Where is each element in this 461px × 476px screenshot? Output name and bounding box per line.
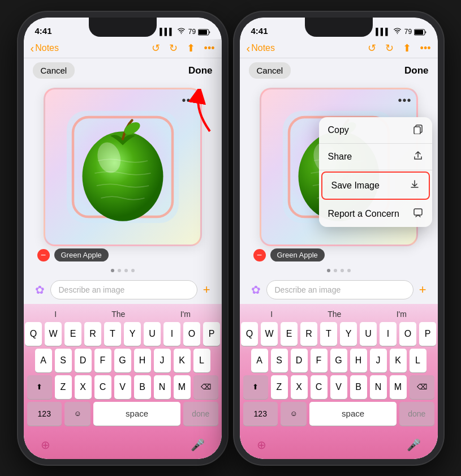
key-h-right[interactable]: H — [350, 349, 367, 372]
key-m-right[interactable]: M — [390, 375, 407, 399]
key-j-right[interactable]: J — [370, 349, 387, 372]
key-k-left[interactable]: K — [174, 349, 191, 372]
mic-icon-right[interactable]: 🎤 — [407, 438, 421, 452]
share-icon-left[interactable]: ⬆ — [187, 42, 195, 54]
describe-input-right[interactable]: Describe an image — [266, 280, 413, 299]
key-shift-left[interactable]: ⬆ — [27, 375, 52, 399]
key-f-right[interactable]: F — [311, 349, 328, 372]
more-icon-left[interactable]: ••• — [204, 42, 215, 54]
cancel-button-left[interactable]: Cancel — [33, 62, 75, 79]
key-m-left[interactable]: M — [174, 375, 191, 399]
more-icon-right[interactable]: ••• — [420, 42, 431, 54]
key-z-left[interactable]: Z — [55, 375, 72, 399]
key-k-right[interactable]: K — [390, 349, 407, 372]
menu-save-image[interactable]: Save Image — [321, 171, 430, 200]
globe-icon-left[interactable]: ⊕ — [41, 438, 50, 452]
key-s-left[interactable]: S — [55, 349, 72, 372]
share-icon-right[interactable]: ⬆ — [403, 42, 411, 54]
suggestion-im-left[interactable]: I'm — [180, 310, 191, 319]
key-y-left[interactable]: Y — [124, 322, 141, 346]
minus-badge-right[interactable]: − — [253, 249, 266, 261]
undo-icon-left[interactable]: ↺ — [152, 42, 160, 54]
key-e-right[interactable]: E — [281, 322, 298, 346]
minus-badge-left[interactable]: − — [37, 249, 50, 261]
mic-icon-left[interactable]: 🎤 — [191, 438, 205, 452]
key-s-right[interactable]: S — [271, 349, 288, 372]
key-done-right[interactable]: done — [399, 402, 434, 426]
key-shift-right[interactable]: ⬆ — [243, 375, 268, 399]
key-n-right[interactable]: N — [370, 375, 387, 399]
key-p-right[interactable]: P — [419, 322, 436, 346]
suggestion-i-right[interactable]: I — [270, 310, 273, 319]
key-q-left[interactable]: Q — [25, 322, 42, 346]
key-c-right[interactable]: C — [311, 375, 328, 399]
key-f-left[interactable]: F — [94, 349, 111, 372]
nav-back-right[interactable]: ‹ Notes — [247, 42, 275, 55]
done-button-right[interactable]: Done — [404, 65, 429, 76]
key-o-right[interactable]: O — [399, 322, 416, 346]
key-t-right[interactable]: T — [320, 322, 337, 346]
cancel-button-right[interactable]: Cancel — [249, 62, 291, 79]
key-u-right[interactable]: U — [360, 322, 377, 346]
key-i-right[interactable]: I — [380, 322, 397, 346]
key-g-left[interactable]: G — [114, 349, 131, 372]
key-t-left[interactable]: T — [104, 322, 121, 346]
key-delete-left[interactable]: ⌫ — [193, 375, 218, 399]
key-n-left[interactable]: N — [154, 375, 171, 399]
key-h-left[interactable]: H — [134, 349, 151, 372]
suggestion-i-left[interactable]: I — [54, 310, 57, 319]
key-done-left[interactable]: done — [183, 402, 218, 426]
key-r-left[interactable]: R — [84, 322, 101, 346]
nav-back-left[interactable]: ‹ Notes — [31, 42, 59, 55]
key-d-left[interactable]: D — [75, 349, 92, 372]
menu-copy[interactable]: Copy — [319, 117, 432, 144]
key-space-right[interactable]: space — [309, 402, 397, 426]
key-u-left[interactable]: U — [144, 322, 161, 346]
key-j-left[interactable]: J — [154, 349, 171, 372]
key-nums-right[interactable]: 123 — [243, 402, 278, 426]
globe-icon-right[interactable]: ⊕ — [257, 438, 266, 452]
key-e-left[interactable]: E — [64, 322, 81, 346]
suggestion-the-left[interactable]: The — [111, 310, 125, 319]
key-y-right[interactable]: Y — [340, 322, 357, 346]
back-text-left[interactable]: Notes — [35, 43, 59, 53]
describe-input-left[interactable]: Describe an image — [50, 280, 197, 299]
key-space-left[interactable]: space — [93, 402, 180, 426]
key-emoji-right[interactable]: ☺ — [281, 402, 307, 426]
suggestion-the-right[interactable]: The — [328, 310, 341, 319]
key-g-right[interactable]: G — [330, 349, 347, 372]
key-r-right[interactable]: R — [300, 322, 317, 346]
plus-icon-left[interactable]: + — [203, 282, 210, 297]
key-b-right[interactable]: B — [350, 375, 367, 399]
key-w-right[interactable]: W — [261, 322, 278, 346]
done-button-left[interactable]: Done — [188, 65, 213, 76]
key-x-right[interactable]: X — [291, 375, 308, 399]
key-o-left[interactable]: O — [183, 322, 200, 346]
key-w-left[interactable]: W — [45, 322, 62, 346]
key-d-right[interactable]: D — [291, 349, 308, 372]
back-text-right[interactable]: Notes — [251, 43, 275, 53]
redo-icon-right[interactable]: ↻ — [385, 42, 394, 54]
suggestion-im-right[interactable]: I'm — [397, 310, 407, 319]
key-l-right[interactable]: L — [410, 349, 426, 372]
key-b-left[interactable]: B — [134, 375, 151, 399]
key-delete-right[interactable]: ⌫ — [410, 375, 434, 399]
key-a-right[interactable]: A — [251, 349, 268, 372]
plus-icon-right[interactable]: + — [419, 282, 426, 297]
key-x-left[interactable]: X — [75, 375, 92, 399]
key-nums-left[interactable]: 123 — [27, 402, 62, 426]
key-a-left[interactable]: A — [35, 349, 52, 372]
key-q-right[interactable]: Q — [241, 322, 258, 346]
key-z-right[interactable]: Z — [271, 375, 288, 399]
key-v-left[interactable]: V — [114, 375, 131, 399]
key-i-left[interactable]: I — [163, 322, 180, 346]
key-emoji-left[interactable]: ☺ — [64, 402, 91, 426]
key-p-left[interactable]: P — [203, 322, 220, 346]
redo-icon-left[interactable]: ↻ — [169, 42, 178, 54]
key-l-left[interactable]: L — [193, 349, 210, 372]
key-c-left[interactable]: C — [94, 375, 111, 399]
undo-icon-right[interactable]: ↺ — [368, 42, 376, 54]
menu-share[interactable]: Share — [319, 144, 432, 170]
key-v-right[interactable]: V — [330, 375, 347, 399]
menu-report[interactable]: Report a Concern — [319, 201, 432, 227]
